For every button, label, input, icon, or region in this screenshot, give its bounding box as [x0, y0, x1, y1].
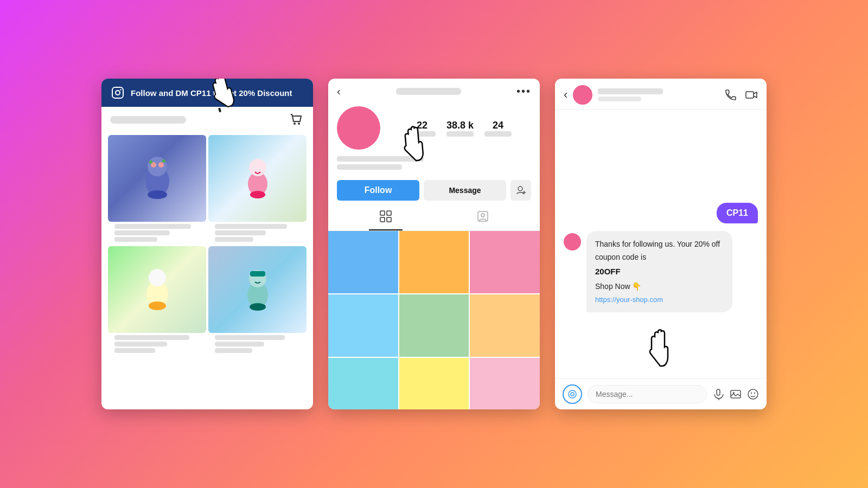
photo-cell-6[interactable]	[470, 294, 540, 357]
photo-cell-5[interactable]	[399, 294, 469, 357]
svg-point-45	[751, 393, 752, 394]
profile-tabs	[328, 206, 540, 231]
photo-cell-4[interactable]	[328, 294, 398, 357]
cart-icon[interactable]	[289, 112, 304, 127]
feed-topbar	[101, 107, 313, 133]
product-item-3[interactable]	[108, 246, 206, 355]
svg-rect-31	[380, 211, 385, 215]
product-caption-3	[108, 333, 206, 355]
svg-point-10	[148, 190, 167, 199]
dm-input-bar	[555, 378, 767, 409]
dm-status-line	[598, 97, 641, 101]
camera-icon	[567, 389, 577, 399]
following-count: 24	[484, 120, 512, 131]
toy-svg-3	[136, 262, 179, 317]
svg-point-38	[569, 390, 576, 398]
product-item-1[interactable]	[108, 135, 206, 244]
caption-line	[114, 237, 157, 242]
image-icon[interactable]	[730, 388, 742, 400]
svg-point-36	[481, 214, 484, 217]
screen1-feed: Follow and DM CP11 to Get 20% Discount	[101, 79, 313, 409]
svg-rect-5	[218, 108, 221, 113]
caption-line	[215, 237, 253, 242]
more-options-button[interactable]: •••	[516, 85, 531, 98]
dm-topbar: ‹	[555, 79, 767, 110]
svg-point-23	[149, 301, 166, 310]
profile-avatar	[337, 106, 380, 150]
received-bubble: Thanks for following us. Your 20% off co…	[586, 231, 732, 313]
tagged-tab[interactable]	[466, 206, 500, 230]
svg-point-12	[162, 159, 165, 163]
toy-svg-2	[236, 151, 279, 206]
phone-icon[interactable]	[724, 88, 737, 101]
product-caption-2	[208, 222, 307, 244]
photo-cell-9[interactable]	[470, 358, 540, 409]
svg-point-1	[116, 91, 120, 95]
photo-cell-8[interactable]	[399, 358, 469, 409]
svg-rect-37	[746, 92, 754, 98]
camera-button[interactable]	[563, 384, 582, 404]
coupon-code: 20OFF	[595, 266, 724, 278]
product-caption-1	[108, 222, 206, 244]
screen3-dm: ‹ CP11	[555, 79, 767, 409]
svg-point-46	[754, 393, 755, 394]
svg-rect-33	[380, 217, 385, 222]
svg-rect-0	[112, 87, 123, 98]
product-caption-4	[208, 333, 307, 355]
photo-cell-2[interactable]	[399, 231, 469, 293]
photo-cell-3[interactable]	[470, 231, 540, 293]
received-text-intro: Thanks for following us. Your 20% off co…	[595, 240, 720, 261]
toy-svg-1	[136, 151, 179, 206]
cursor-hand2-icon	[397, 124, 435, 174]
caption-line	[114, 230, 170, 235]
search-bar-placeholder	[110, 116, 186, 124]
follow-button[interactable]: Follow	[337, 180, 419, 201]
dm-contact-avatar	[573, 85, 592, 105]
product-item-4[interactable]	[208, 246, 307, 355]
followers-label	[446, 131, 474, 137]
product-image-3	[108, 246, 206, 333]
screen2-profile: ‹ ••• 22 38.8 k 24	[328, 79, 540, 409]
message-button[interactable]: Message	[424, 180, 506, 201]
cursor-hand3-container	[564, 325, 758, 370]
add-friend-icon	[516, 185, 526, 195]
shop-link[interactable]: https://your-shop.com	[595, 296, 663, 304]
dm-username-line	[598, 88, 663, 94]
caption-line	[215, 335, 285, 340]
photo-cell-7[interactable]	[328, 358, 398, 409]
caption-line	[114, 335, 189, 340]
svg-point-29	[250, 303, 266, 311]
dm-contact-info	[598, 88, 719, 101]
caption-line	[215, 342, 264, 346]
product-grid	[101, 133, 313, 359]
follow-actions: Follow Message	[328, 177, 540, 206]
caption-line	[114, 342, 167, 346]
photo-cell-1[interactable]	[328, 231, 398, 293]
dm-back-button[interactable]: ‹	[564, 88, 567, 102]
product-image-1	[108, 135, 206, 222]
video-icon[interactable]	[745, 88, 758, 101]
message-input[interactable]	[588, 385, 707, 403]
svg-point-3	[293, 123, 296, 125]
back-button[interactable]: ‹	[337, 85, 341, 98]
svg-point-39	[571, 393, 574, 396]
svg-rect-26	[250, 271, 265, 277]
grid-tab[interactable]	[369, 206, 403, 230]
microphone-icon[interactable]	[712, 388, 724, 400]
received-avatar	[564, 233, 581, 251]
product-item-2[interactable]	[208, 135, 307, 244]
received-message-row: Thanks for following us. Your 20% off co…	[564, 231, 758, 313]
caption-line	[114, 224, 191, 229]
profile-topbar: ‹ •••	[328, 79, 540, 102]
caption-line	[215, 348, 252, 353]
add-friend-button[interactable]	[510, 180, 531, 201]
bio-line-2	[337, 164, 402, 170]
following-label	[484, 131, 512, 137]
svg-rect-35	[478, 211, 488, 221]
username-placeholder	[396, 88, 461, 95]
svg-point-4	[298, 123, 300, 125]
photo-grid	[328, 231, 540, 409]
svg-point-9	[158, 162, 164, 168]
svg-point-44	[748, 389, 758, 399]
emoji-icon[interactable]	[747, 388, 759, 400]
